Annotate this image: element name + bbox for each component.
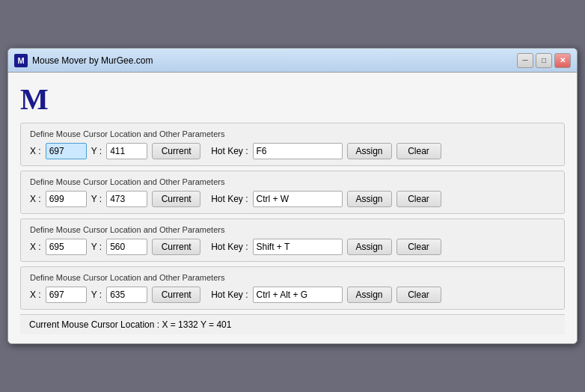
y-input-4[interactable] — [106, 287, 147, 303]
clear-button-2[interactable]: Clear — [396, 191, 441, 207]
section-1: Define Mouse Cursor Location and Other P… — [20, 123, 565, 166]
current-button-1[interactable]: Current — [152, 143, 200, 159]
assign-button-4[interactable]: Assign — [347, 287, 392, 303]
y-input-2[interactable] — [106, 191, 147, 207]
window-title: Mouse Mover by MurGee.com — [32, 55, 517, 66]
section-1-row: X : Y : Current Hot Key : Assign Clear — [30, 143, 555, 159]
hotkey-input-1[interactable] — [253, 143, 343, 159]
section-2-row: X : Y : Current Hot Key : Assign Clear — [30, 191, 555, 207]
hotkey-input-2[interactable] — [253, 191, 343, 207]
clear-button-3[interactable]: Clear — [396, 239, 441, 255]
minimize-button[interactable]: ─ — [517, 53, 533, 68]
x-label-3: X : — [30, 242, 41, 252]
x-input-4[interactable] — [46, 287, 87, 303]
hotkey-input-3[interactable] — [253, 239, 343, 255]
y-input-1[interactable] — [106, 143, 147, 159]
section-3-title: Define Mouse Cursor Location and Other P… — [30, 225, 555, 234]
x-input-2[interactable] — [46, 191, 87, 207]
section-4: Define Mouse Cursor Location and Other P… — [20, 266, 565, 310]
assign-button-1[interactable]: Assign — [347, 143, 392, 159]
section-3: Define Mouse Cursor Location and Other P… — [20, 218, 565, 262]
y-label-3: Y : — [91, 242, 102, 252]
assign-button-2[interactable]: Assign — [347, 191, 392, 207]
current-button-2[interactable]: Current — [152, 191, 200, 207]
titlebar-buttons: ─ □ ✕ — [517, 53, 571, 68]
x-input-1[interactable] — [46, 143, 87, 159]
hotkey-label-2: Hot Key : — [211, 194, 248, 204]
section-2: Define Mouse Cursor Location and Other P… — [20, 171, 565, 214]
hotkey-label-1: Hot Key : — [211, 146, 248, 156]
current-button-4[interactable]: Current — [152, 287, 200, 303]
status-value: X = 1332 Y = 401 — [162, 319, 231, 330]
clear-button-4[interactable]: Clear — [396, 287, 441, 303]
x-input-3[interactable] — [46, 239, 87, 255]
section-4-title: Define Mouse Cursor Location and Other P… — [30, 273, 555, 282]
main-content: M Define Mouse Cursor Location and Other… — [8, 73, 577, 343]
close-button[interactable]: ✕ — [554, 53, 571, 68]
titlebar: M Mouse Mover by MurGee.com ─ □ ✕ — [8, 49, 577, 73]
app-logo: M — [20, 82, 565, 117]
status-label: Current Mouse Cursor Location : — [29, 319, 159, 330]
section-3-row: X : Y : Current Hot Key : Assign Clear — [30, 239, 555, 255]
section-2-title: Define Mouse Cursor Location and Other P… — [30, 177, 555, 186]
app-icon: M — [14, 54, 28, 67]
maximize-button[interactable]: □ — [536, 53, 552, 68]
main-window: M Mouse Mover by MurGee.com ─ □ ✕ M Defi… — [7, 48, 578, 344]
x-label-4: X : — [30, 290, 41, 300]
section-1-title: Define Mouse Cursor Location and Other P… — [30, 129, 555, 138]
y-label-1: Y : — [91, 146, 102, 156]
current-button-3[interactable]: Current — [152, 239, 200, 255]
section-4-row: X : Y : Current Hot Key : Assign Clear — [30, 287, 555, 303]
hotkey-label-3: Hot Key : — [211, 242, 248, 252]
y-label-2: Y : — [91, 194, 102, 204]
status-bar: Current Mouse Cursor Location : X = 1332… — [20, 314, 565, 334]
clear-button-1[interactable]: Clear — [396, 143, 441, 159]
hotkey-label-4: Hot Key : — [211, 290, 248, 300]
y-input-3[interactable] — [106, 239, 147, 255]
hotkey-input-4[interactable] — [253, 287, 343, 303]
x-label-2: X : — [30, 194, 41, 204]
assign-button-3[interactable]: Assign — [347, 239, 392, 255]
x-label-1: X : — [30, 146, 41, 156]
y-label-4: Y : — [91, 290, 102, 300]
